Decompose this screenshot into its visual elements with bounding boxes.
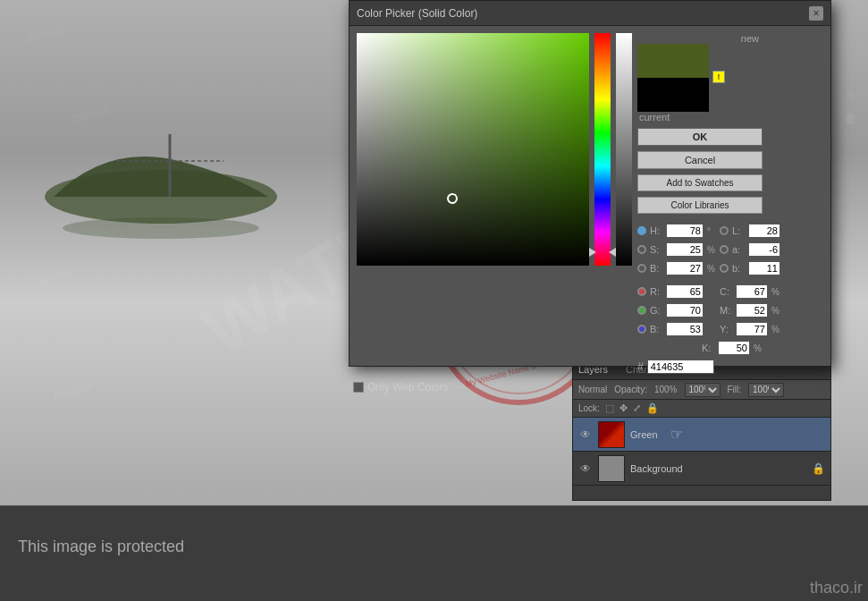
thaco-logo: thaco.ir [810,579,863,597]
picker-circle[interactable] [447,193,458,204]
label-L: L: [732,225,745,236]
input-B2[interactable] [666,322,704,336]
new-label: new [741,33,759,44]
unit-H: ° [707,226,716,236]
radio-b[interactable] [720,264,729,273]
toolbar-icon-1[interactable]: ⊞ [840,85,860,105]
field-row-B-b: B: % b: [637,259,763,277]
field-row-R-C: R: C: % [637,283,763,300]
hex-row: # [637,360,763,374]
radio-B[interactable] [637,264,646,273]
lock-icon-2[interactable]: ✥ [619,402,628,414]
gradient-dark [357,33,589,266]
hex-symbol: # [637,360,644,373]
unit-B: % [707,264,716,274]
lock-icon-3[interactable]: ⤢ [633,402,641,414]
radio-R[interactable] [637,287,646,296]
input-B[interactable] [666,261,704,275]
layer-eye-bg[interactable]: 👁 [578,461,593,476]
layer-name-green: Green [630,429,658,440]
gamut-warning-icon[interactable]: ! [712,71,725,83]
lock-row: Lock: ⬚ ✥ ⤢ 🔒 [573,400,830,418]
radio-G[interactable] [637,306,646,315]
action-buttons: OK Cancel Add to Swatches Color Librarie… [637,128,763,216]
radio-L[interactable] [720,226,729,235]
lock-icon-4[interactable]: 🔒 [646,402,659,414]
input-Y[interactable] [736,322,768,336]
toolbar-icon-2[interactable]: 🗑 [840,108,860,128]
color-current-box[interactable] [637,78,709,112]
cancel-button[interactable]: Cancel [637,151,763,169]
input-C[interactable] [736,284,768,299]
only-web-colors-checkbox[interactable] [353,382,364,393]
layer-thumb-bg [598,455,625,482]
protected-label: This image is protected [18,538,184,556]
right-section: new ! current OK Cancel Add to Swatches … [637,33,763,374]
hex-input[interactable] [647,360,714,374]
input-S[interactable] [666,242,704,257]
boat-svg [18,72,322,250]
gradient-canvas[interactable] [357,33,589,266]
alpha-slider-container[interactable] [616,33,632,266]
unit-C: % [771,287,780,297]
bottom-bar: This image is protected thaco.ir [0,505,868,601]
hue-arrow-left [589,248,596,257]
lock-label: Lock: [578,403,600,413]
radio-S[interactable] [637,245,646,254]
layer-row-green[interactable]: 👁 Green ☞ [573,418,830,452]
unit-M: % [771,306,780,316]
input-R[interactable] [666,284,704,299]
input-H[interactable] [666,224,704,238]
layer-lock-icon: 🔒 [812,462,825,475]
input-G[interactable] [666,303,704,317]
layer-cursor: ☞ [670,426,683,443]
label-b: b: [732,263,745,274]
hue-slider[interactable] [594,33,611,266]
label-a: a: [732,244,745,255]
color-libraries-button[interactable]: Color Libraries [637,197,763,214]
color-gradient-picker[interactable] [357,33,589,266]
input-K[interactable] [718,341,750,355]
field-row-B2-Y: B: Y: % [637,320,763,338]
alpha-slider[interactable] [616,33,632,266]
web-colors-row: Only Web Colors [350,381,830,394]
field-row-K: K: % [637,339,763,357]
unit-Y: % [771,325,780,334]
input-b[interactable] [748,261,780,275]
label-B2: B: [650,324,662,334]
ok-button[interactable]: OK [637,128,763,146]
only-web-colors-label: Only Web Colors [367,381,448,394]
radio-B2[interactable] [637,325,646,334]
add-to-swatches-button[interactable]: Add to Swatches [637,174,763,191]
hue-slider-container[interactable] [594,33,611,266]
layer-eye-green[interactable]: 👁 [578,427,593,442]
hue-arrow-right [609,248,616,257]
label-G: G: [650,305,662,316]
svg-point-3 [63,217,259,239]
radio-H[interactable] [637,226,646,235]
input-M[interactable] [736,303,768,317]
field-row-G-M: G: M: % [637,301,763,319]
layer-row-background[interactable]: 👁 Background 🔒 [573,452,830,486]
label-C: C: [720,286,732,297]
dialog-close-button[interactable]: × [809,6,823,21]
label-S: S: [650,244,662,255]
input-L[interactable] [748,224,780,238]
color-fields: H: ° L: S: % a: [637,222,763,374]
field-row-S-a: S: % a: [637,241,763,258]
unit-K: % [754,343,763,353]
input-a[interactable] [748,242,780,257]
current-label: current [639,112,670,123]
right-toolbar: ⊞ 🗑 [838,85,863,128]
color-new-box[interactable] [637,44,709,78]
unit-S: % [707,245,716,255]
radio-a[interactable] [720,245,729,254]
layer-name-bg: Background [630,463,683,474]
color-picker-dialog: Color Picker (Solid Color) × new [349,0,831,367]
label-R: R: [650,286,662,297]
lock-icon-1[interactable]: ⬚ [605,402,614,414]
dialog-title: Color Picker (Solid Color) [357,7,477,20]
dialog-main: new ! current OK Cancel Add to Swatches … [350,26,830,377]
dialog-titlebar: Color Picker (Solid Color) × [350,1,830,26]
label-B: B: [650,263,662,274]
